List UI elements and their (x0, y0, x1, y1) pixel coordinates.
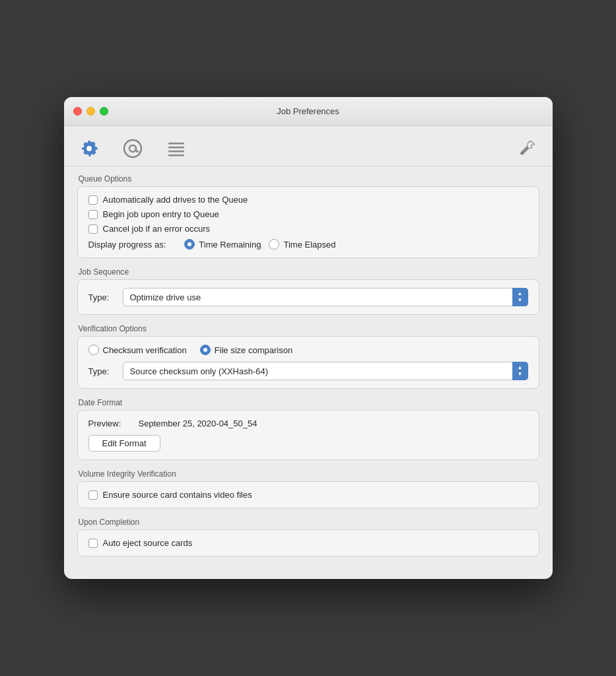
verification-options-box: Checksum verification File size comparis… (77, 336, 539, 389)
job-sequence-box: Type: Optimize drive use (77, 279, 539, 315)
checkbox-row-cancel-job: Cancel job if an error occurs (88, 224, 528, 234)
time-elapsed-label: Time Elapsed (283, 240, 335, 250)
svg-rect-3 (168, 143, 184, 145)
job-sequence-type-label: Type: (88, 292, 115, 302)
titlebar: Job Preferences (64, 97, 553, 126)
auto-eject-label: Auto eject source cards (103, 538, 193, 548)
auto-add-checkbox[interactable] (88, 195, 98, 205)
time-remaining-label: Time Remaining (199, 240, 261, 250)
window-title: Job Preferences (277, 106, 339, 116)
queue-options-box: Automatically add drives to the Queue Be… (77, 186, 539, 258)
preview-value: September 25, 2020-04_50_54 (139, 419, 257, 428)
svg-rect-5 (168, 151, 184, 152)
checksum-label: Checksum verification (103, 345, 187, 355)
job-sequence-type-arrows[interactable] (512, 288, 528, 306)
ensure-video-checkbox[interactable] (88, 490, 98, 500)
checkbox-row-ensure-video: Ensure source card contains video files (88, 490, 528, 500)
content: Queue Options Automatically add drives t… (64, 166, 553, 579)
upon-completion-box: Auto eject source cards (77, 529, 539, 557)
gear-icon[interactable] (77, 137, 101, 160)
verification-type-value: Source checksum only (XXHash-64) (123, 362, 528, 380)
checksum-radio[interactable] (88, 345, 99, 355)
job-sequence-label: Job Sequence (79, 267, 539, 277)
verification-radios-row: Checksum verification File size comparis… (88, 345, 528, 355)
job-sequence-type-row: Type: Optimize drive use (88, 288, 528, 306)
checkbox-row-begin-job: Begin job upon entry to Queue (88, 209, 528, 219)
wrench-icon[interactable] (516, 137, 539, 160)
verification-type-label: Type: (88, 366, 115, 376)
upon-completion-label: Upon Completion (79, 518, 539, 527)
verification-type-arrows[interactable] (512, 362, 528, 380)
volume-integrity-box: Ensure source card contains video files (77, 481, 539, 508)
ensure-video-label: Ensure source card contains video files (103, 490, 252, 500)
at-icon[interactable] (121, 137, 145, 160)
maximize-button[interactable] (100, 107, 108, 116)
job-sequence-type-value: Optimize drive use (123, 288, 528, 306)
list-icon[interactable] (164, 137, 188, 160)
checkbox-row-auto-add: Automatically add drives to the Queue (88, 195, 528, 205)
preview-row: Preview: September 25, 2020-04_50_54 (88, 419, 528, 428)
close-button[interactable] (73, 107, 82, 116)
filesize-label: File size comparison (215, 345, 293, 355)
time-remaining-radio[interactable] (184, 239, 195, 250)
time-elapsed-radio[interactable] (269, 239, 279, 250)
queue-options-label: Queue Options (79, 174, 539, 184)
radio-group-time-remaining: Time Remaining (184, 239, 261, 250)
traffic-lights (73, 107, 108, 116)
radio-group-time-elapsed: Time Elapsed (269, 239, 335, 250)
minimize-button[interactable] (86, 107, 95, 116)
progress-display-row: Display progress as: Time Remaining Time… (88, 239, 528, 250)
filesize-radio[interactable] (200, 345, 211, 355)
job-sequence-type-dropdown-wrapper: Optimize drive use (123, 288, 528, 306)
display-progress-label: Display progress as: (88, 240, 166, 250)
edit-format-button[interactable]: Edit Format (88, 435, 160, 452)
date-format-box: Preview: September 25, 2020-04_50_54 Edi… (77, 410, 539, 460)
checkbox-row-auto-eject: Auto eject source cards (88, 538, 528, 548)
volume-integrity-label: Volume Integrity Verification (79, 469, 539, 479)
cancel-job-label: Cancel job if an error occurs (103, 224, 211, 234)
cancel-job-checkbox[interactable] (88, 224, 98, 234)
begin-job-checkbox[interactable] (88, 210, 98, 219)
toolbar (64, 126, 553, 166)
main-window: Job Preferences (64, 97, 553, 579)
date-format-label: Date Format (79, 398, 539, 407)
svg-point-0 (86, 146, 92, 151)
svg-rect-4 (168, 147, 184, 149)
svg-point-2 (129, 145, 136, 152)
svg-point-1 (124, 140, 141, 157)
verification-type-dropdown-wrapper: Source checksum only (XXHash-64) (123, 362, 528, 380)
svg-rect-6 (168, 154, 184, 156)
verification-type-row: Type: Source checksum only (XXHash-64) (88, 362, 528, 380)
begin-job-label: Begin job upon entry to Queue (103, 209, 219, 219)
radio-group-checksum: Checksum verification (88, 345, 187, 355)
verification-options-label: Verification Options (79, 324, 539, 333)
auto-eject-checkbox[interactable] (88, 539, 98, 548)
auto-add-label: Automatically add drives to the Queue (103, 195, 248, 205)
preview-label: Preview: (88, 419, 128, 428)
radio-group-filesize: File size comparison (200, 345, 293, 355)
